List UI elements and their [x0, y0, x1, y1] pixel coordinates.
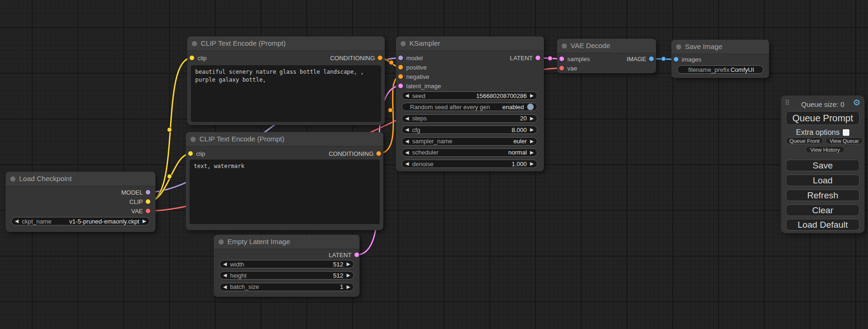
output-slot-vae[interactable]	[146, 209, 150, 213]
widget-label: batch_size	[230, 283, 259, 290]
widget-batch-size[interactable]: ◀ batch_size 1 ▶	[219, 283, 354, 291]
load-button[interactable]: Load	[786, 175, 860, 186]
output-slot-row: VAE	[6, 206, 155, 216]
load-default-button[interactable]: Load Default	[786, 219, 860, 231]
node-header[interactable]: Empty Latent Image	[214, 235, 360, 249]
node-load-checkpoint[interactable]: Load Checkpoint MODEL CLIP VAE ◀ ckpt_na…	[6, 172, 155, 232]
node-clip-text-encode-negative[interactable]: CLIP Text Encode (Prompt) clip CONDITION…	[186, 132, 383, 230]
widget-value: 512	[333, 261, 344, 268]
node-ksampler[interactable]: KSampler model positive negative latent_…	[396, 36, 544, 171]
link-dot	[661, 56, 666, 61]
widget-label: seed	[412, 92, 425, 99]
widget-filename-prefix[interactable]: filename_prefix ComfyUI	[677, 65, 763, 74]
widget-seed[interactable]: ◀ seed 156680208700286 ▶	[402, 91, 537, 100]
collapse-dot[interactable]	[191, 137, 196, 142]
prompt-textarea[interactable]: text, watermark	[190, 160, 380, 224]
node-header[interactable]: KSampler	[396, 36, 544, 51]
node-title: Load Checkpoint	[19, 175, 72, 182]
link-dot	[388, 108, 393, 112]
widget-random-seed-toggle[interactable]: Random seed after every gen enabled	[402, 103, 537, 111]
output-slot-latent[interactable]	[536, 56, 540, 60]
widget-label: steps	[412, 115, 427, 122]
node-title: CLIP Text Encode (Prompt)	[201, 39, 286, 47]
decrement-icon[interactable]: ◀	[405, 160, 409, 168]
output-label: CLIP	[129, 198, 143, 205]
node-header[interactable]: Load Checkpoint	[6, 172, 155, 186]
output-slot-latent[interactable]	[354, 252, 359, 257]
prompt-textarea[interactable]: beautiful scenery nature glass bottle la…	[191, 65, 381, 122]
input-label: positive	[406, 64, 427, 71]
queue-prompt-button[interactable]: Queue Prompt	[786, 111, 860, 125]
decrement-icon[interactable]: ◀	[223, 260, 227, 268]
output-slot-image[interactable]	[649, 56, 654, 61]
widget-width[interactable]: ◀ width 512 ▶	[219, 260, 354, 268]
input-slot-images[interactable]	[674, 57, 678, 62]
output-label: CONDITIONING	[329, 150, 374, 157]
increment-icon[interactable]: ▶	[346, 271, 350, 280]
input-slot-positive[interactable]	[398, 65, 403, 70]
output-label: VAE	[131, 208, 143, 215]
widget-scheduler[interactable]: ◀ scheduler normal ▶	[402, 148, 537, 157]
decrement-icon[interactable]: ◀	[223, 283, 227, 291]
widget-denoise[interactable]: ◀ denoise 1.000 ▶	[402, 160, 537, 168]
collapse-dot[interactable]	[562, 43, 567, 49]
collapse-dot[interactable]	[219, 239, 224, 245]
collapse-dot[interactable]	[401, 41, 406, 46]
collapse-dot[interactable]	[192, 41, 197, 46]
gear-icon[interactable]: ⚙	[853, 98, 861, 107]
widget-label: ckpt_name	[22, 218, 52, 225]
input-slot-row: positive	[396, 63, 544, 72]
widget-value: normal	[508, 149, 527, 156]
input-label: images	[682, 56, 701, 63]
widget-steps[interactable]: ◀ steps 20 ▶	[402, 114, 537, 123]
node-save-image[interactable]: Save Image images filename_prefix ComfyU…	[671, 40, 769, 78]
increment-icon[interactable]: ▶	[530, 137, 534, 146]
node-header[interactable]: VAE Decode	[557, 39, 656, 53]
decrement-icon[interactable]: ◀	[405, 148, 409, 157]
extra-options-checkbox[interactable]	[843, 129, 849, 136]
save-button[interactable]: Save	[786, 160, 860, 171]
node-title: VAE Decode	[571, 42, 610, 49]
node-vae-decode[interactable]: VAE Decode samples vae IMAGE	[557, 39, 656, 73]
output-slot-conditioning[interactable]	[376, 151, 381, 156]
output-slot-clip[interactable]	[146, 199, 150, 204]
increment-icon[interactable]: ▶	[530, 114, 534, 123]
increment-icon[interactable]: ▶	[530, 91, 534, 100]
node-clip-text-encode-positive[interactable]: CLIP Text Encode (Prompt) clip CONDITION…	[187, 36, 385, 125]
increment-icon[interactable]: ▶	[530, 148, 534, 157]
decrement-icon[interactable]: ◀	[405, 137, 409, 146]
clear-button[interactable]: Clear	[786, 204, 860, 216]
input-slot-negative[interactable]	[398, 74, 403, 79]
widget-label: filename_prefix	[688, 66, 729, 73]
decrement-icon[interactable]: ◀	[405, 114, 409, 123]
collapse-dot[interactable]	[10, 176, 15, 182]
increment-icon[interactable]: ▶	[142, 217, 146, 225]
output-slot-conditioning[interactable]	[378, 56, 382, 60]
output-label: LATENT	[329, 252, 352, 259]
increment-icon[interactable]: ▶	[346, 260, 350, 268]
input-slot-latent-image[interactable]	[398, 84, 403, 88]
decrement-icon[interactable]: ◀	[223, 271, 227, 280]
collapse-dot[interactable]	[676, 44, 681, 49]
toggle-icon[interactable]	[527, 104, 534, 110]
queue-front-button[interactable]: Queue Front	[786, 137, 823, 144]
decrement-icon[interactable]: ◀	[405, 91, 409, 100]
output-slot-model[interactable]	[146, 190, 150, 195]
input-slot-vae[interactable]	[559, 66, 564, 70]
node-header[interactable]: CLIP Text Encode (Prompt)	[186, 132, 383, 147]
increment-icon[interactable]: ▶	[530, 160, 534, 168]
widget-cfg[interactable]: ◀ cfg 8.000 ▶	[402, 126, 537, 134]
decrement-icon[interactable]: ◀	[405, 126, 409, 134]
node-header[interactable]: CLIP Text Encode (Prompt)	[187, 36, 385, 51]
view-history-button[interactable]: View History	[805, 146, 845, 153]
view-queue-button[interactable]: View Queue	[826, 137, 863, 144]
widget-sampler-name[interactable]: ◀ sampler_name euler ▶	[402, 137, 537, 146]
increment-icon[interactable]: ▶	[530, 126, 534, 134]
node-empty-latent-image[interactable]: Empty Latent Image LATENT ◀ width 512 ▶ …	[214, 235, 360, 297]
widget-height[interactable]: ◀ height 512 ▶	[219, 271, 354, 280]
increment-icon[interactable]: ▶	[346, 283, 350, 291]
decrement-icon[interactable]: ◀	[15, 217, 19, 225]
node-header[interactable]: Save Image	[671, 40, 769, 54]
refresh-button[interactable]: Refresh	[786, 189, 860, 201]
widget-ckpt-name[interactable]: ◀ ckpt_name v1-5-pruned-emaonly.ckpt ▶	[11, 217, 150, 225]
